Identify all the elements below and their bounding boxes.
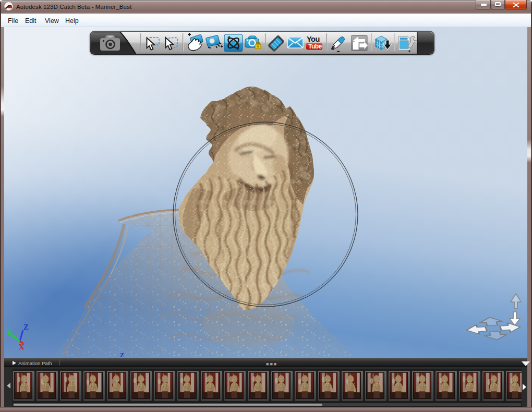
svg-text:Z: Z <box>23 323 29 331</box>
svg-text:Z: Z <box>120 352 124 358</box>
svg-text:Y: Y <box>6 329 11 336</box>
svg-text:Tube: Tube <box>308 43 322 50</box>
svg-text:X: X <box>19 343 25 351</box>
svg-text:You: You <box>307 35 320 43</box>
